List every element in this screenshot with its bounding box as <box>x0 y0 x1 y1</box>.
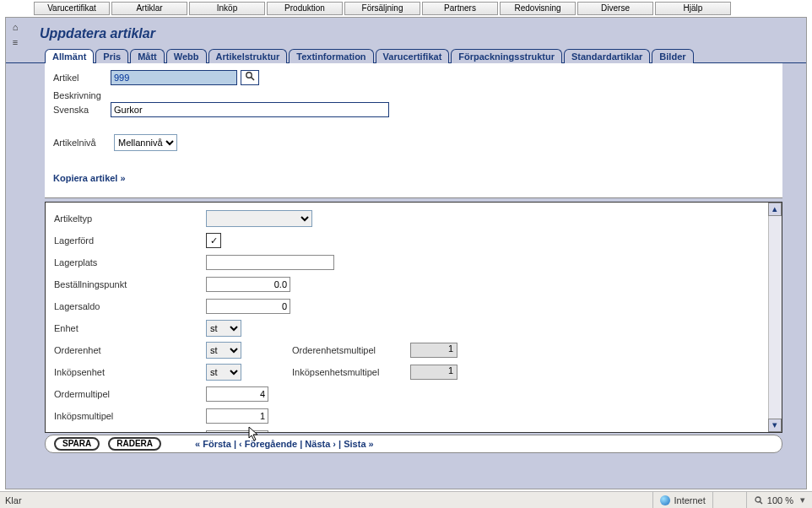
menu-hjalp[interactable]: Hjälp <box>655 2 731 15</box>
status-zone: Internet <box>652 492 712 508</box>
orderenhet-select[interactable]: st <box>206 342 241 359</box>
inkopsenhetsmultipel-label: Inköpsenhetsmultipel <box>292 367 410 377</box>
ordermultipel-label: Ordermultipel <box>54 389 206 399</box>
ordermultipel-input[interactable] <box>206 386 268 402</box>
menu-partners[interactable]: Partners <box>422 2 498 15</box>
menu-redovisning[interactable]: Redovisning <box>500 2 576 15</box>
lagerford-label: Lagerförd <box>54 235 206 246</box>
lagerford-checkbox[interactable]: ✓ <box>206 233 221 248</box>
orderenhetsmultipel-label: Orderenhetsmultipel <box>292 345 410 355</box>
artikel-input[interactable] <box>111 70 237 85</box>
tab-row: Allmänt Pris Mått Webb Artikelstruktur T… <box>6 48 806 63</box>
list-icon[interactable]: ≡ <box>9 36 21 48</box>
action-bar: SPARA RADERA « Första | ‹ Föregående | N… <box>45 435 782 453</box>
nav-next[interactable]: Nästa › <box>305 439 336 449</box>
general-section: Artikel Beskrivning Svenska Artikelnivå … <box>45 63 782 198</box>
tab-allmant[interactable]: Allmänt <box>45 49 94 63</box>
enhet-label: Enhet <box>54 323 206 333</box>
menu-produktion[interactable]: Produktion <box>267 2 343 15</box>
status-ready: Klar <box>0 495 27 505</box>
copy-article-link[interactable]: Kopiera artikel » <box>53 173 774 183</box>
page-title: Uppdatera artiklar <box>6 18 806 48</box>
tab-artikelstruktur[interactable]: Artikelstruktur <box>208 49 288 63</box>
save-button[interactable]: SPARA <box>54 437 100 451</box>
tab-pris[interactable]: Pris <box>95 49 128 63</box>
scrollbar[interactable]: ▴ ▾ <box>768 203 782 432</box>
tab-standardartiklar[interactable]: Standardartiklar <box>564 49 650 63</box>
lagerplats-input[interactable] <box>206 255 334 270</box>
globe-icon <box>660 495 670 505</box>
menu-forsaljning[interactable]: Försäljning <box>344 2 420 15</box>
bestallningspunkt-input[interactable] <box>206 277 290 292</box>
inkopsmultipel-label: Inköpsmultipel <box>54 411 206 421</box>
main-panel: ⌂ ≡ Uppdatera artiklar Allmänt Pris Mått… <box>5 17 807 489</box>
svenska-label: Svenska <box>53 105 111 115</box>
tab-bilder[interactable]: Bilder <box>652 49 693 63</box>
main-menu: Varucertifikat Artiklar Inköp Produktion… <box>0 0 812 17</box>
orderenhetsmultipel-value: 1 <box>410 343 457 358</box>
tab-forpackningsstruktur[interactable]: Förpackningsstruktur <box>451 49 562 63</box>
svg-line-3 <box>760 501 762 504</box>
bestallningspunkt-label: Beställningspunkt <box>54 279 206 289</box>
svg-line-1 <box>252 78 255 81</box>
svg-point-0 <box>246 73 252 78</box>
scroll-down-icon[interactable]: ▾ <box>768 419 782 432</box>
tab-matt[interactable]: Mått <box>130 49 165 63</box>
menu-diverse[interactable]: Diverse <box>577 2 653 15</box>
record-nav: « Första | ‹ Föregående | Nästa › | Sist… <box>195 439 374 449</box>
home-icon[interactable]: ⌂ <box>9 21 21 33</box>
nav-first[interactable]: « Första <box>195 439 231 449</box>
inkopsenhetsmultipel-value: 1 <box>410 365 457 380</box>
artikelniva-select[interactable]: Mellannivå <box>114 134 177 151</box>
details-section: Artikeltyp Lagerförd ✓ Lagerplats Bestäl… <box>45 202 782 433</box>
lagerplats-label: Lagerplats <box>54 257 206 268</box>
menu-inkop[interactable]: Inköp <box>189 2 265 15</box>
inkopsenhet-label: Inköpsenhet <box>54 367 206 377</box>
menu-varucertifikat[interactable]: Varucertifikat <box>34 2 110 15</box>
scroll-up-icon[interactable]: ▴ <box>768 203 782 216</box>
chevron-down-icon[interactable]: ▾ <box>800 494 805 505</box>
delete-button[interactable]: RADERA <box>108 437 161 451</box>
lagersaldo-label: Lagersaldo <box>54 301 206 311</box>
tab-webb[interactable]: Webb <box>166 49 207 63</box>
tab-textinformation[interactable]: Textinformation <box>289 49 373 63</box>
inkopsenhet-select[interactable]: st <box>206 364 241 381</box>
zoom-icon <box>754 495 764 505</box>
minsta-input[interactable] <box>206 430 268 432</box>
artikel-label: Artikel <box>53 73 111 83</box>
tab-varucertifikat[interactable]: Varucertifikat <box>376 49 450 63</box>
nav-last[interactable]: Sista » <box>344 439 373 449</box>
menu-artiklar[interactable]: Artiklar <box>111 2 187 15</box>
status-bar: Klar Internet 100 % ▾ <box>0 491 812 508</box>
enhet-select[interactable]: st <box>206 320 241 337</box>
orderenhet-label: Orderenhet <box>54 345 206 355</box>
zoom-control[interactable]: 100 % ▾ <box>746 492 812 508</box>
lagersaldo-input[interactable] <box>206 299 290 314</box>
search-icon[interactable] <box>241 70 259 85</box>
status-extra <box>712 492 746 508</box>
artikeltyp-label: Artikeltyp <box>54 213 206 224</box>
nav-prev[interactable]: ‹ Föregående <box>239 439 297 449</box>
artikeltyp-select[interactable] <box>206 210 312 227</box>
artikelniva-label: Artikelnivå <box>53 138 114 148</box>
beskrivning-label: Beskrivning <box>53 90 774 100</box>
inkopsmultipel-input[interactable] <box>206 408 268 424</box>
svenska-input[interactable] <box>111 102 389 117</box>
